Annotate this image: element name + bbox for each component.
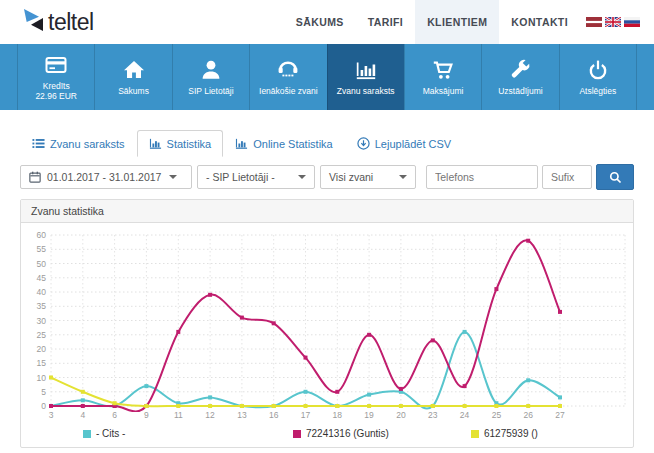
chart-icon bbox=[149, 137, 162, 150]
toolbar-item-label: Sākums bbox=[118, 86, 149, 96]
search-button[interactable] bbox=[596, 164, 634, 190]
svg-text:4: 4 bbox=[80, 410, 85, 420]
svg-text:60: 60 bbox=[37, 230, 47, 240]
svg-text:26: 26 bbox=[523, 410, 533, 420]
suffix-input[interactable] bbox=[542, 165, 592, 189]
svg-text:18: 18 bbox=[333, 410, 343, 420]
svg-text:50: 50 bbox=[37, 259, 47, 269]
legend-label: - Cits - bbox=[96, 428, 125, 439]
credit-card-icon bbox=[44, 53, 68, 77]
toolbar-item-label: Zvanu saraksts bbox=[337, 86, 395, 96]
phone-icon bbox=[276, 58, 300, 82]
calendar-icon bbox=[29, 171, 41, 183]
date-range-picker[interactable]: 01.01.2017 - 31.01.2017 bbox=[20, 165, 192, 189]
search-icon bbox=[609, 171, 622, 184]
teltel-logo[interactable]: teltel bbox=[24, 9, 94, 36]
logo-text: teltel bbox=[48, 9, 94, 36]
toolbar-item-sakums[interactable]: Sākums bbox=[94, 44, 171, 110]
toolbar-item-label: Atslēgties bbox=[579, 86, 616, 96]
nav-tarifi[interactable]: TARIFI bbox=[356, 0, 415, 44]
svg-text:5: 5 bbox=[41, 387, 46, 397]
page: teltel SĀKUMS TARIFI KLIENTIEM KONTAKTI … bbox=[0, 0, 654, 453]
user-icon bbox=[199, 58, 223, 82]
toolbar-item-ienakosie-zvani[interactable]: Ienākošie zvani bbox=[249, 44, 326, 110]
legend-swatch bbox=[293, 430, 301, 438]
legend-item-guntis[interactable]: 72241316 (Guntis) bbox=[293, 428, 389, 439]
nav-sakums[interactable]: SĀKUMS bbox=[284, 0, 356, 44]
svg-text:9: 9 bbox=[144, 410, 149, 420]
uk-flag-icon[interactable] bbox=[605, 17, 621, 27]
header: teltel SĀKUMS TARIFI KLIENTIEM KONTAKTI bbox=[0, 0, 654, 44]
legend-item-61275939[interactable]: 61275939 () bbox=[471, 428, 538, 439]
tab-label: Online Statistika bbox=[253, 138, 332, 150]
toolbar-item-credit[interactable]: Kredīts22.96 EUR bbox=[17, 44, 94, 110]
language-flags bbox=[586, 17, 640, 27]
legend-swatch bbox=[83, 430, 91, 438]
tab-label: Statistika bbox=[167, 138, 212, 150]
svg-text:27: 27 bbox=[555, 410, 565, 420]
tab-statistika[interactable]: Statistika bbox=[137, 130, 224, 157]
nav-klientiem[interactable]: KLIENTIEM bbox=[415, 0, 499, 44]
legend-item-cits[interactable]: - Cits - bbox=[83, 428, 125, 439]
phone-input[interactable] bbox=[426, 165, 538, 189]
download-icon bbox=[357, 137, 370, 150]
svg-text:6: 6 bbox=[112, 410, 117, 420]
toolbar-item-label: SIP Lietotāji bbox=[188, 86, 233, 96]
toolbar-item-sip-lietotaji[interactable]: SIP Lietotāji bbox=[172, 44, 249, 110]
toolbar-item-label: Uzstādījumi bbox=[498, 86, 542, 96]
svg-text:12: 12 bbox=[205, 410, 215, 420]
toolbar-item-zvanu-saraksts[interactable]: Zvanu saraksts bbox=[327, 44, 404, 110]
toolbar-item-maksajumi[interactable]: Maksājumi bbox=[404, 44, 481, 110]
statistics-panel: Zvanu statistika 05101520253035404550556… bbox=[20, 199, 634, 448]
top-nav: SĀKUMS TARIFI KLIENTIEM KONTAKTI bbox=[284, 0, 640, 44]
filter-bar: 01.01.2017 - 31.01.2017 - SIP Lietotāji … bbox=[20, 164, 634, 190]
date-range-value: 01.01.2017 - 31.01.2017 bbox=[47, 171, 161, 183]
svg-text:20: 20 bbox=[37, 344, 47, 354]
tab-bar: Zvanu saraksts Statistika Online Statist… bbox=[20, 130, 634, 157]
call-statistics-chart: 0510152025303540455055603469111213161718… bbox=[23, 226, 631, 426]
toolbar-item-label: Ienākošie zvani bbox=[259, 86, 318, 96]
chevron-down-icon bbox=[399, 175, 407, 179]
sip-user-value: - SIP Lietotāji - bbox=[206, 171, 275, 183]
call-type-select[interactable]: Visi zvani bbox=[320, 165, 416, 189]
toolbar-item-atslegties[interactable]: Atslēgties bbox=[559, 44, 637, 110]
svg-text:55: 55 bbox=[37, 244, 47, 254]
svg-text:10: 10 bbox=[37, 373, 47, 383]
sip-user-select[interactable]: - SIP Lietotāji - bbox=[197, 165, 315, 189]
legend-label: 72241316 (Guntis) bbox=[306, 428, 389, 439]
toolbar-item-label: Kredīts22.96 EUR bbox=[35, 81, 77, 101]
home-icon bbox=[122, 58, 146, 82]
svg-text:17: 17 bbox=[301, 410, 311, 420]
svg-text:0: 0 bbox=[41, 401, 46, 411]
power-icon bbox=[586, 58, 610, 82]
svg-text:19: 19 bbox=[364, 410, 374, 420]
svg-text:20: 20 bbox=[396, 410, 406, 420]
svg-text:30: 30 bbox=[37, 316, 47, 326]
toolbar-item-uzstadijumi[interactable]: Uzstādījumi bbox=[481, 44, 558, 110]
tab-online-statistika[interactable]: Online Statistika bbox=[223, 130, 344, 157]
tab-lejupladet-csv[interactable]: Lejuplādēt CSV bbox=[345, 130, 463, 157]
chart-legend: - Cits - 72241316 (Guntis) 61275939 () bbox=[21, 426, 633, 447]
svg-text:13: 13 bbox=[237, 410, 247, 420]
latvia-flag-icon[interactable] bbox=[586, 17, 602, 27]
svg-text:16: 16 bbox=[269, 410, 279, 420]
list-icon bbox=[32, 137, 45, 150]
call-type-value: Visi zvani bbox=[329, 171, 373, 183]
russia-flag-icon[interactable] bbox=[624, 17, 640, 27]
teltel-logo-icon bbox=[24, 9, 44, 35]
tab-label: Zvanu saraksts bbox=[50, 138, 125, 150]
svg-text:25: 25 bbox=[492, 410, 502, 420]
chart-icon bbox=[235, 137, 248, 150]
content: Zvanu saraksts Statistika Online Statist… bbox=[0, 130, 654, 448]
svg-text:45: 45 bbox=[37, 273, 47, 283]
nav-kontakti[interactable]: KONTAKTI bbox=[499, 0, 580, 44]
svg-text:40: 40 bbox=[37, 287, 47, 297]
main-toolbar: Kredīts22.96 EUR Sākums SIP Lietotāji Ie… bbox=[0, 44, 654, 110]
bar-chart-icon bbox=[354, 58, 378, 82]
panel-title: Zvanu statistika bbox=[21, 200, 633, 223]
tab-zvanu-saraksts[interactable]: Zvanu saraksts bbox=[20, 130, 137, 157]
chevron-down-icon bbox=[298, 175, 306, 179]
svg-text:15: 15 bbox=[37, 358, 47, 368]
svg-text:3: 3 bbox=[49, 410, 54, 420]
svg-text:35: 35 bbox=[37, 301, 47, 311]
